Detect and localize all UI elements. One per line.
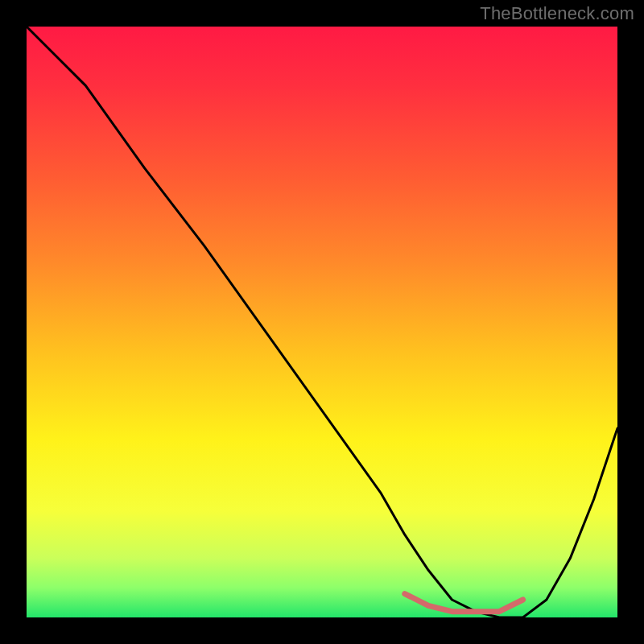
watermark-text: TheBottleneck.com (480, 3, 634, 24)
gradient-plot-area (27, 27, 617, 617)
chart-frame: TheBottleneck.com (0, 0, 644, 644)
bottleneck-chart (0, 0, 644, 644)
